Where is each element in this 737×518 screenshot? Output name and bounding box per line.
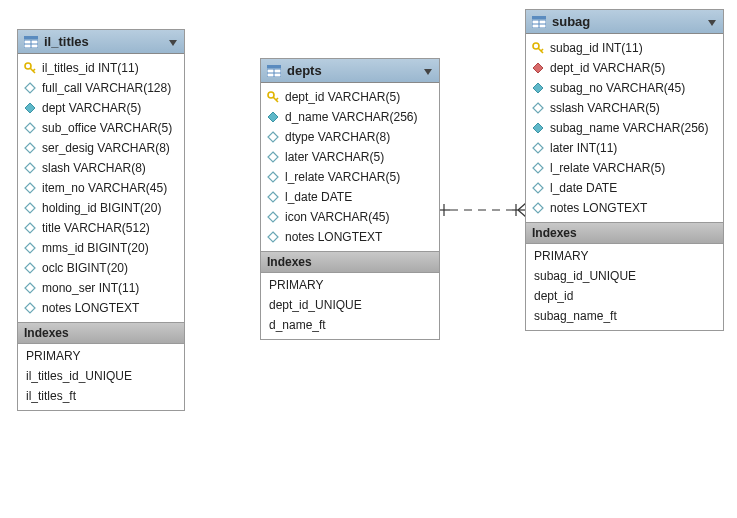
- index-row[interactable]: d_name_ft: [261, 315, 439, 335]
- diamond-icon: [532, 182, 544, 194]
- erd-canvas: il_titles il_titles_id INT(11)full_call …: [0, 0, 737, 518]
- indexes-header[interactable]: Indexes: [18, 322, 184, 344]
- index-row[interactable]: PRIMARY: [18, 346, 184, 366]
- column-list: il_titles_id INT(11)full_call VARCHAR(12…: [18, 54, 184, 322]
- diamond-icon: [24, 262, 36, 274]
- chevron-down-icon[interactable]: [168, 37, 178, 47]
- indexes-header[interactable]: Indexes: [261, 251, 439, 273]
- column-label: dept VARCHAR(5): [42, 101, 141, 115]
- column-row[interactable]: sslash VARCHAR(5): [526, 98, 723, 118]
- index-row[interactable]: PRIMARY: [261, 275, 439, 295]
- diamond-icon: [267, 131, 279, 143]
- chevron-down-icon[interactable]: [423, 66, 433, 76]
- table-header[interactable]: il_titles: [18, 30, 184, 54]
- svg-line-14: [33, 69, 35, 71]
- column-row[interactable]: slash VARCHAR(8): [18, 158, 184, 178]
- column-label: l_relate VARCHAR(5): [550, 161, 665, 175]
- column-label: dept_id VARCHAR(5): [285, 90, 400, 104]
- column-row[interactable]: mono_ser INT(11): [18, 278, 184, 298]
- column-row[interactable]: holding_id BIGINT(20): [18, 198, 184, 218]
- index-row[interactable]: il_titles_id_UNIQUE: [18, 366, 184, 386]
- column-row[interactable]: l_date DATE: [526, 178, 723, 198]
- column-row[interactable]: notes LONGTEXT: [261, 227, 439, 247]
- index-row[interactable]: il_titles_ft: [18, 386, 184, 406]
- svg-marker-19: [25, 163, 35, 173]
- column-label: ser_desig VARCHAR(8): [42, 141, 170, 155]
- diamond-icon: [532, 122, 544, 134]
- column-row[interactable]: oclc BIGINT(20): [18, 258, 184, 278]
- diamond-icon: [24, 282, 36, 294]
- svg-marker-17: [25, 123, 35, 133]
- svg-marker-16: [25, 103, 35, 113]
- column-row[interactable]: l_relate VARCHAR(5): [261, 167, 439, 187]
- svg-marker-24: [25, 263, 35, 273]
- index-list: PRIMARYil_titles_id_UNIQUEil_titles_ft: [18, 344, 184, 410]
- column-label: subag_name VARCHAR(256): [550, 121, 709, 135]
- index-row[interactable]: dept_id_UNIQUE: [261, 295, 439, 315]
- svg-line-35: [276, 98, 278, 100]
- column-row[interactable]: subag_id INT(11): [526, 38, 723, 58]
- column-row[interactable]: l_relate VARCHAR(5): [526, 158, 723, 178]
- table-header[interactable]: depts: [261, 59, 439, 83]
- diamond-icon: [532, 82, 544, 94]
- table-depts[interactable]: depts dept_id VARCHAR(5)d_name VARCHAR(2…: [260, 58, 440, 340]
- svg-rect-28: [267, 65, 281, 68]
- column-label: il_titles_id INT(11): [42, 61, 139, 75]
- column-row[interactable]: mms_id BIGINT(20): [18, 238, 184, 258]
- column-row[interactable]: item_no VARCHAR(45): [18, 178, 184, 198]
- svg-marker-59: [533, 203, 543, 213]
- column-row[interactable]: dtype VARCHAR(8): [261, 127, 439, 147]
- column-row[interactable]: dept_id VARCHAR(5): [526, 58, 723, 78]
- diamond-icon: [24, 142, 36, 154]
- table-subag[interactable]: subag subag_id INT(11)dept_id VARCHAR(5)…: [525, 9, 724, 331]
- column-row[interactable]: later VARCHAR(5): [261, 147, 439, 167]
- index-row[interactable]: dept_id: [526, 286, 723, 306]
- table-header[interactable]: subag: [526, 10, 723, 34]
- column-row[interactable]: icon VARCHAR(45): [261, 207, 439, 227]
- column-label: notes LONGTEXT: [285, 230, 382, 244]
- diamond-icon: [24, 302, 36, 314]
- column-row[interactable]: ser_desig VARCHAR(8): [18, 138, 184, 158]
- svg-marker-25: [25, 283, 35, 293]
- indexes-label: Indexes: [24, 326, 178, 340]
- svg-marker-40: [268, 192, 278, 202]
- column-row[interactable]: subag_name VARCHAR(256): [526, 118, 723, 138]
- column-row[interactable]: d_name VARCHAR(256): [261, 107, 439, 127]
- chevron-down-icon[interactable]: [707, 17, 717, 27]
- column-row[interactable]: notes LONGTEXT: [18, 298, 184, 318]
- table-il-titles[interactable]: il_titles il_titles_id INT(11)full_call …: [17, 29, 185, 411]
- column-row[interactable]: il_titles_id INT(11): [18, 58, 184, 78]
- index-row[interactable]: PRIMARY: [526, 246, 723, 266]
- svg-marker-11: [169, 40, 177, 46]
- table-icon: [532, 16, 546, 28]
- column-row[interactable]: subag_no VARCHAR(45): [526, 78, 723, 98]
- diamond-icon: [532, 102, 544, 114]
- column-row[interactable]: full_call VARCHAR(128): [18, 78, 184, 98]
- diamond-icon: [267, 211, 279, 223]
- column-row[interactable]: notes LONGTEXT: [526, 198, 723, 218]
- index-row[interactable]: subag_name_ft: [526, 306, 723, 326]
- indexes-header[interactable]: Indexes: [526, 222, 723, 244]
- diamond-icon: [267, 191, 279, 203]
- column-row[interactable]: sub_office VARCHAR(5): [18, 118, 184, 138]
- column-row[interactable]: dept VARCHAR(5): [18, 98, 184, 118]
- column-label: title VARCHAR(512): [42, 221, 150, 235]
- diamond-icon: [532, 162, 544, 174]
- svg-marker-41: [268, 212, 278, 222]
- diamond-icon: [267, 151, 279, 163]
- svg-marker-48: [708, 20, 716, 26]
- svg-marker-39: [268, 172, 278, 182]
- column-label: mono_ser INT(11): [42, 281, 139, 295]
- column-row[interactable]: dept_id VARCHAR(5): [261, 87, 439, 107]
- table-title: subag: [552, 14, 707, 29]
- index-row[interactable]: subag_id_UNIQUE: [526, 266, 723, 286]
- column-row[interactable]: title VARCHAR(512): [18, 218, 184, 238]
- column-row[interactable]: l_date DATE: [261, 187, 439, 207]
- column-label: slash VARCHAR(8): [42, 161, 146, 175]
- indexes-label: Indexes: [532, 226, 717, 240]
- column-row[interactable]: later INT(11): [526, 138, 723, 158]
- svg-marker-32: [424, 69, 432, 75]
- column-label: subag_no VARCHAR(45): [550, 81, 685, 95]
- table-icon: [267, 65, 281, 77]
- diamond-icon: [24, 182, 36, 194]
